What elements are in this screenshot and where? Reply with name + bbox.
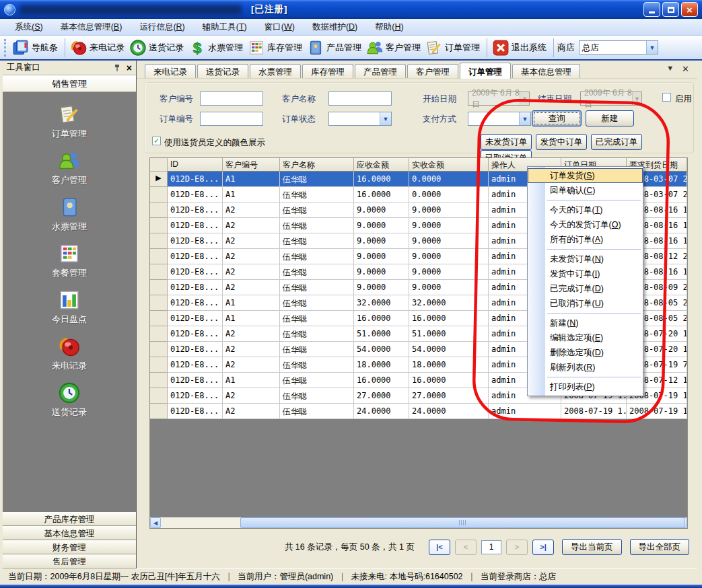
- last-page-button[interactable]: >|: [532, 540, 554, 555]
- row-selector-cell[interactable]: [150, 264, 168, 280]
- table-cell[interactable]: A2: [223, 357, 280, 373]
- table-cell[interactable]: 012D-E8...: [168, 342, 223, 357]
- table-cell[interactable]: 27.0000: [409, 388, 489, 404]
- table-cell[interactable]: 9.0000: [409, 280, 489, 295]
- table-cell[interactable]: 伍华聪: [280, 373, 354, 388]
- row-selector-cell[interactable]: [150, 326, 168, 342]
- table-cell[interactable]: A2: [223, 264, 280, 280]
- table-cell[interactable]: 0.0000: [409, 187, 489, 203]
- tab-1[interactable]: 来电记录: [145, 64, 196, 78]
- context-menu-item[interactable]: 回单确认(C): [528, 183, 643, 198]
- row-selector-cell[interactable]: [150, 342, 168, 357]
- table-cell[interactable]: 9.0000: [409, 218, 489, 233]
- prev-page-button[interactable]: <: [455, 540, 477, 555]
- table-cell[interactable]: 54.0000: [354, 342, 409, 357]
- toolbar-button-scroll[interactable]: 订单管理: [424, 38, 483, 58]
- table-cell[interactable]: 0.0000: [409, 172, 489, 187]
- table-cell[interactable]: 012D-E8...: [168, 187, 223, 203]
- table-cell[interactable]: 012D-E8...: [168, 218, 223, 233]
- table-cell[interactable]: 9.0000: [354, 249, 409, 264]
- table-cell[interactable]: 伍华聪: [280, 203, 354, 218]
- table-cell[interactable]: 伍华聪: [280, 264, 354, 280]
- table-cell[interactable]: 9.0000: [354, 203, 409, 218]
- table-cell[interactable]: A2: [223, 342, 280, 357]
- store-select[interactable]: 总店▼: [579, 40, 658, 54]
- table-cell[interactable]: 伍华聪: [280, 326, 354, 342]
- table-row[interactable]: 012D-E8...A2伍华聪24.000024.0000admin2008-0…: [150, 404, 687, 419]
- row-selector-cell[interactable]: [150, 187, 168, 203]
- context-menu-item[interactable]: 打印列表(P): [528, 379, 643, 394]
- table-cell[interactable]: 32.0000: [409, 295, 489, 311]
- table-cell[interactable]: admin: [489, 404, 561, 419]
- table-cell[interactable]: 伍华聪: [280, 218, 354, 233]
- tab-list-dropdown-icon[interactable]: ▼: [666, 64, 674, 74]
- export-current-page-button[interactable]: 导出当前页: [562, 539, 622, 555]
- table-cell[interactable]: 012D-E8...: [168, 233, 223, 249]
- sidebar-group-bar[interactable]: 财务管理: [3, 540, 136, 554]
- toolbar-button-prod[interactable]: 产品管理: [306, 38, 365, 58]
- table-cell[interactable]: 18.0000: [409, 357, 489, 373]
- table-cell[interactable]: A1: [223, 373, 280, 388]
- table-cell[interactable]: A2: [223, 388, 280, 404]
- toolbar-button-clock[interactable]: 送货记录: [128, 38, 187, 58]
- toolbar-grip[interactable]: [4, 39, 7, 57]
- table-cell[interactable]: 54.0000: [409, 342, 489, 357]
- table-cell[interactable]: A2: [223, 249, 280, 264]
- table-cell[interactable]: 16.0000: [354, 187, 409, 203]
- toolbar-button-people[interactable]: 客户管理: [365, 38, 424, 58]
- color-display-checkbox[interactable]: ✓: [152, 137, 161, 145]
- context-menu-item[interactable]: 刷新列表(R): [528, 360, 643, 375]
- customer-name-input[interactable]: [328, 91, 392, 106]
- pay-method-select[interactable]: ▼: [468, 112, 531, 126]
- table-cell[interactable]: 伍华聪: [280, 233, 354, 249]
- sidebar-group-sales[interactable]: 销售管理: [3, 75, 136, 92]
- row-selector-cell[interactable]: [150, 233, 168, 249]
- toolbar-button-cal[interactable]: 库存管理: [246, 38, 306, 58]
- table-cell[interactable]: A1: [223, 172, 280, 187]
- grid-column-header[interactable]: 应收金额: [354, 158, 409, 172]
- table-cell[interactable]: 伍华聪: [280, 280, 354, 295]
- start-date-picker[interactable]: 2009年 6月 8日 ▼: [468, 91, 530, 106]
- menubar-item[interactable]: 数据维护(D): [304, 20, 365, 35]
- menubar-item[interactable]: 窗口(W): [256, 20, 303, 35]
- row-selector-cell[interactable]: [150, 218, 168, 233]
- row-selector-cell[interactable]: [150, 373, 168, 388]
- table-cell[interactable]: 012D-E8...: [168, 311, 223, 326]
- table-cell[interactable]: A1: [223, 295, 280, 311]
- toolbar-button-exit[interactable]: 退出系统: [491, 38, 550, 58]
- table-cell[interactable]: 伍华聪: [280, 388, 354, 404]
- table-cell[interactable]: A1: [223, 187, 280, 203]
- table-cell[interactable]: 伍华聪: [280, 295, 354, 311]
- table-cell[interactable]: A2: [223, 280, 280, 295]
- table-cell[interactable]: 51.0000: [409, 326, 489, 342]
- row-selector-cell[interactable]: [150, 295, 168, 311]
- context-menu-item[interactable]: 新建(N): [528, 316, 643, 330]
- toolbar-button-bell[interactable]: 来电记录: [69, 38, 128, 58]
- table-cell[interactable]: 伍华聪: [280, 342, 354, 357]
- menubar-item[interactable]: 运行信息(R): [131, 20, 192, 35]
- table-cell[interactable]: 012D-E8...: [168, 280, 223, 295]
- tab-8[interactable]: 基本信息管理: [512, 64, 580, 78]
- table-cell[interactable]: 伍华聪: [280, 311, 354, 326]
- table-cell[interactable]: A2: [223, 404, 280, 419]
- table-cell[interactable]: 24.0000: [354, 404, 409, 419]
- sidebar-item-cal[interactable]: 套餐管理: [3, 242, 136, 279]
- context-menu-item[interactable]: 未发货订单(N): [528, 252, 643, 266]
- row-selector-cell[interactable]: [150, 357, 168, 373]
- tab-4[interactable]: 库存管理: [302, 64, 353, 78]
- table-cell[interactable]: 27.0000: [354, 388, 409, 404]
- sidebar-item-people[interactable]: 客户管理: [3, 149, 136, 186]
- sidebar-item-scroll[interactable]: 订单管理: [3, 103, 136, 140]
- pin-icon[interactable]: [113, 64, 121, 72]
- context-menu-item[interactable]: 今天的发货订单(O): [528, 217, 643, 232]
- order-status-filter-button[interactable]: 发货中订单: [536, 134, 587, 150]
- table-cell[interactable]: 2008-07-19 1...: [627, 404, 687, 419]
- sidebar-close-icon[interactable]: ×: [127, 63, 132, 73]
- table-cell[interactable]: 9.0000: [409, 203, 489, 218]
- first-page-button[interactable]: |<: [429, 540, 450, 555]
- table-cell[interactable]: 16.0000: [409, 311, 489, 326]
- table-cell[interactable]: 012D-E8...: [168, 264, 223, 280]
- grid-column-header[interactable]: 客户名称: [280, 158, 354, 172]
- context-menu-item[interactable]: 已取消订单(U): [528, 296, 643, 311]
- minimize-button[interactable]: [643, 2, 660, 17]
